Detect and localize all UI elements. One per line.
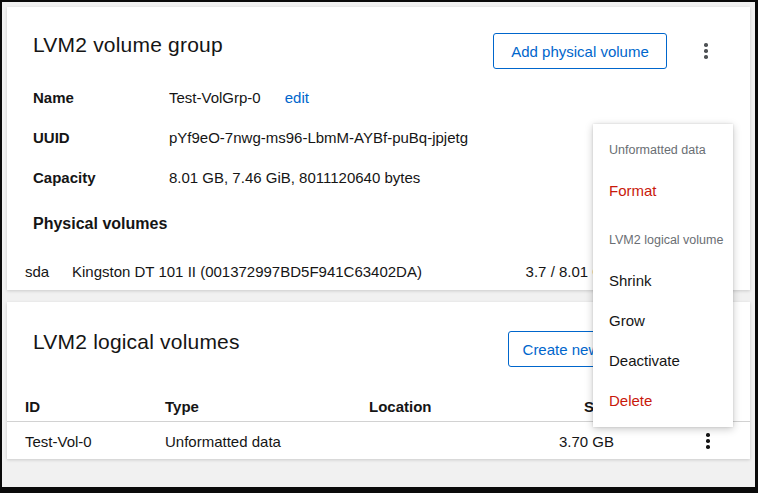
lv-type: Unformatted data xyxy=(165,433,281,450)
menu-item-grow[interactable]: Grow xyxy=(593,300,733,340)
menu-group-header-unformatted-data: Unformatted data xyxy=(593,130,733,170)
field-label: Capacity xyxy=(33,168,169,188)
kebab-menu-icon xyxy=(706,433,710,449)
field-label: UUID xyxy=(33,128,169,148)
storage-page: LVM2 volume group Add physical volume Na… xyxy=(2,2,755,487)
menu-item-deactivate[interactable]: Deactivate xyxy=(593,340,733,380)
column-header-id: ID xyxy=(25,397,40,414)
add-physical-volume-button[interactable]: Add physical volume xyxy=(493,33,667,69)
column-header-type: Type xyxy=(165,397,199,414)
volume-group-title: LVM2 volume group xyxy=(33,33,223,57)
pv-model: Kingston DT 101 II (001372997BD5F941C634… xyxy=(72,263,422,280)
pv-device: sda xyxy=(25,263,49,280)
field-label: Name xyxy=(33,88,169,108)
field-value: 8.01 GB, 7.46 GiB, 8011120640 bytes xyxy=(169,168,420,188)
logical-volume-kebab-button[interactable] xyxy=(690,423,726,459)
lv-id: Test-Vol-0 xyxy=(25,433,92,450)
logical-volumes-title: LVM2 logical volumes xyxy=(33,330,240,354)
menu-item-delete[interactable]: Delete xyxy=(593,380,733,420)
field-row-capacity: Capacity 8.01 GB, 7.46 GiB, 8011120640 b… xyxy=(33,168,420,188)
lv-size: 3.70 GB xyxy=(559,433,614,450)
menu-item-format[interactable]: Format xyxy=(593,170,733,210)
menu-item-shrink[interactable]: Shrink xyxy=(593,260,733,300)
menu-group-header-lvm2-logical-volume: LVM2 logical volume xyxy=(593,220,733,260)
field-value: pYf9eO-7nwg-ms96-LbmM-AYBf-puBq-jpjetg xyxy=(169,128,468,148)
volume-actions-dropdown-menu: Unformatted data Format LVM2 logical vol… xyxy=(593,124,733,427)
volume-group-kebab-button[interactable] xyxy=(688,33,724,69)
column-header-location: Location xyxy=(369,397,432,414)
field-value: Test-VolGrp-0 xyxy=(169,88,261,108)
field-row-name: Name Test-VolGrp-0 edit xyxy=(33,88,309,108)
edit-name-link[interactable]: edit xyxy=(285,88,309,108)
screen-frame: LVM2 volume group Add physical volume Na… xyxy=(0,0,758,493)
physical-volumes-heading: Physical volumes xyxy=(33,215,167,233)
kebab-menu-icon xyxy=(704,43,708,59)
lv-table-row[interactable]: Test-Vol-0 Unformatted data 3.70 GB xyxy=(7,423,750,459)
menu-group-divider xyxy=(593,210,733,220)
field-row-uuid: UUID pYf9eO-7nwg-ms96-LbmM-AYBf-puBq-jpj… xyxy=(33,128,468,148)
